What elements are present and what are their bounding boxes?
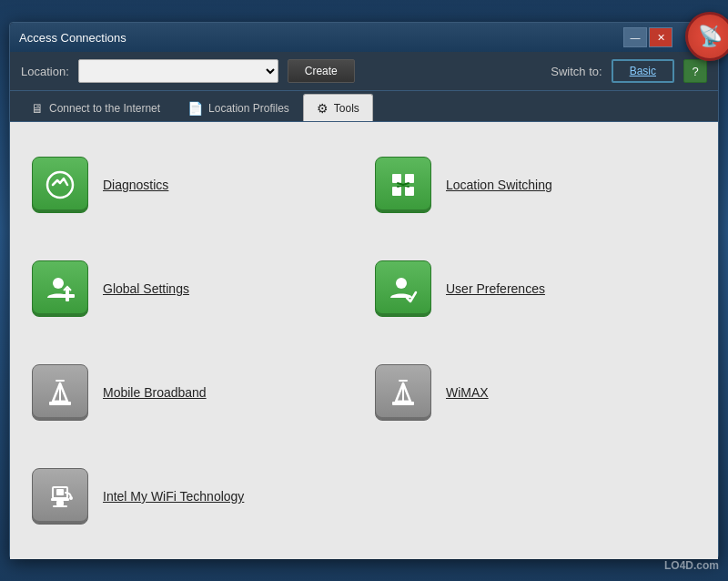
svg-rect-3: [392, 187, 401, 196]
svg-rect-1: [392, 174, 401, 183]
svg-point-5: [53, 278, 64, 289]
location-switching-icon: [387, 168, 420, 201]
diagnostics-icon-box: [32, 157, 88, 213]
minimize-button[interactable]: —: [623, 27, 647, 47]
wimax-label: WiMAX: [446, 385, 489, 400]
connect-tab-icon: 🖥: [31, 101, 44, 116]
svg-point-8: [396, 278, 407, 289]
window-title: Access Connections: [19, 31, 126, 45]
tab-tools[interactable]: ⚙ Tools: [303, 94, 373, 121]
diagnostics-label: Diagnostics: [103, 178, 168, 192]
mobile-broadband-icon-box: [32, 364, 88, 421]
svg-rect-4: [405, 187, 414, 196]
intel-wifi-item[interactable]: Intel My WiFi Technology: [28, 452, 357, 541]
logo-icon: 📡: [698, 25, 723, 48]
svg-point-24: [69, 496, 73, 500]
location-switching-icon-box: [375, 157, 431, 213]
location-select[interactable]: [78, 59, 278, 83]
intel-wifi-label: Intel My WiFi Technology: [103, 489, 244, 504]
tools-content: Diagnostics Location Switching: [10, 122, 718, 559]
svg-rect-2: [405, 174, 414, 183]
watermark: LO4D.com: [664, 559, 719, 572]
intel-wifi-icon: [44, 480, 76, 513]
diagnostics-item[interactable]: Diagnostics: [28, 140, 357, 229]
user-preferences-icon: [387, 272, 420, 305]
watermark-text: LO4D.com: [664, 559, 719, 572]
tab-bar: 🖥 Connect to the Internet 📄 Location Pro…: [10, 91, 718, 122]
tab-connect-label: Connect to the Internet: [49, 102, 160, 115]
basic-button[interactable]: Basic: [612, 59, 674, 83]
tab-profiles-label: Location Profiles: [208, 102, 289, 115]
switch-to-label: Switch to:: [551, 65, 602, 78]
svg-point-0: [47, 172, 73, 198]
global-settings-icon: [44, 272, 76, 305]
tab-tools-label: Tools: [334, 102, 359, 115]
app-logo-button[interactable]: 📡: [685, 12, 728, 61]
svg-rect-7: [60, 294, 75, 298]
global-settings-icon-box: [32, 260, 88, 317]
svg-rect-13: [49, 402, 71, 405]
title-controls: — ✕: [623, 23, 672, 52]
main-window: Access Connections — ✕ 📡 Location: Creat…: [9, 22, 719, 559]
tab-connect[interactable]: 🖥 Connect to the Internet: [17, 94, 174, 121]
mobile-broadband-item[interactable]: Mobile Broadband: [28, 348, 357, 437]
toolbar: Location: Create Switch to: Basic ?: [10, 52, 718, 91]
user-preferences-item[interactable]: User Preferences: [371, 244, 700, 333]
location-label: Location:: [21, 65, 69, 78]
svg-rect-22: [56, 501, 64, 505]
close-button[interactable]: ✕: [649, 27, 672, 47]
intel-wifi-icon-box: [32, 468, 88, 525]
svg-rect-14: [399, 380, 408, 382]
location-switching-item[interactable]: Location Switching: [371, 140, 700, 229]
tab-profiles[interactable]: 📄 Location Profiles: [174, 94, 303, 121]
user-preferences-icon-box: [375, 260, 431, 317]
svg-rect-21: [51, 498, 69, 501]
wimax-icon: [387, 376, 420, 409]
user-preferences-label: User Preferences: [446, 281, 545, 296]
global-settings-label: Global Settings: [103, 281, 189, 296]
profiles-tab-icon: 📄: [187, 101, 203, 116]
location-switching-label: Location Switching: [446, 178, 552, 192]
create-button[interactable]: Create: [288, 59, 355, 83]
help-button[interactable]: ?: [683, 59, 707, 83]
wimax-item[interactable]: WiMAX: [371, 348, 700, 437]
mobile-broadband-icon: [44, 376, 76, 409]
svg-rect-20: [56, 489, 64, 495]
svg-rect-9: [56, 380, 65, 382]
title-bar: Access Connections — ✕ 📡: [10, 23, 718, 52]
svg-rect-18: [392, 402, 414, 405]
mobile-broadband-label: Mobile Broadband: [103, 385, 207, 400]
svg-rect-23: [53, 505, 67, 507]
global-settings-item[interactable]: Global Settings: [28, 244, 357, 333]
tools-tab-icon: ⚙: [317, 101, 329, 116]
wimax-icon-box: [375, 364, 431, 421]
diagnostics-icon: [44, 168, 76, 201]
